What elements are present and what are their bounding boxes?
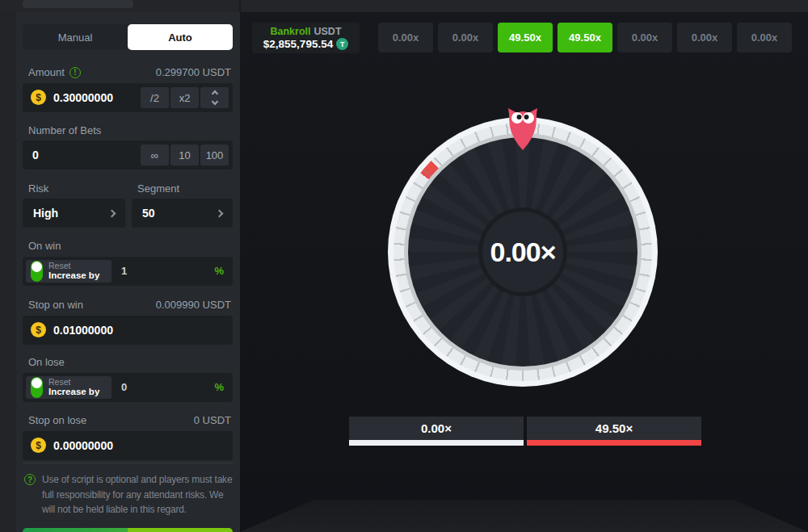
coin-icon: $ <box>31 90 46 105</box>
question-icon: ? <box>24 474 36 485</box>
coin-icon: $ <box>31 322 46 337</box>
on-win-row: Reset Increase by 1 % <box>23 257 233 286</box>
stop-on-lose-value: 0.00000000 <box>53 431 113 460</box>
mode-tabs: Manual Auto <box>23 24 233 50</box>
stop-on-win-converted: 0.009990 USDT <box>156 299 231 311</box>
game-tab-partial[interactable] <box>23 0 133 8</box>
chevron-right-icon <box>216 209 224 217</box>
result-option-lose[interactable]: 0.00× <box>349 417 524 446</box>
history-badge[interactable]: 0.00x <box>438 23 493 52</box>
disclaimer-text: Use of script is optional and players mu… <box>42 472 236 517</box>
reset-option-label: Reset <box>48 261 99 270</box>
on-win-toggle[interactable]: Reset Increase by <box>26 260 112 283</box>
amount-label-row: Amount ! 0.299700 USDT <box>23 66 233 78</box>
segment-value: 50 <box>142 207 155 220</box>
on-lose-row: Reset Increase by 0 % <box>23 373 233 402</box>
risk-segment-label-row: Risk Segment <box>23 182 233 195</box>
coin-icon: $ <box>31 438 46 453</box>
history-badge-win[interactable]: 49.50x <box>558 23 612 52</box>
bets-value: 0 <box>32 140 39 170</box>
bankroll-value: $2,855,795.54 <box>263 38 333 50</box>
bankroll-display: BankrollUSDT $2,855,795.54 T <box>252 23 360 53</box>
info-icon: ! <box>69 67 81 78</box>
result-lose-underline <box>349 440 524 446</box>
on-lose-value[interactable]: 0 <box>121 373 127 402</box>
risk-label: Risk <box>28 182 48 195</box>
stop-on-lose-label-row: Stop on lose 0 USDT <box>23 414 233 426</box>
divider <box>23 463 233 463</box>
bankroll-label: Bankroll <box>270 26 310 37</box>
risk-value: High <box>33 207 58 220</box>
floor-decoration <box>240 482 808 532</box>
increase-option-label: Increase by <box>48 387 99 398</box>
result-history: 0.00x 0.00x 49.50x 49.50x 0.00x 0.00x 0.… <box>378 23 792 52</box>
history-badge-win[interactable]: 49.50x <box>498 23 553 52</box>
increase-option-label: Increase by <box>48 270 99 282</box>
stop-on-lose-converted: 0 USDT <box>194 414 231 426</box>
segment-select[interactable]: 50 <box>132 199 233 228</box>
stop-on-win-label: Stop on win <box>28 299 83 311</box>
amount-label: Amount <box>28 66 65 78</box>
chevron-down-icon <box>211 98 217 105</box>
result-win-underline <box>527 440 701 446</box>
owl-pointer-icon <box>507 106 539 152</box>
reset-option-label: Reset <box>48 377 99 387</box>
segment-label: Segment <box>137 182 179 195</box>
stop-on-lose-input[interactable]: $ 0.00000000 <box>23 431 233 460</box>
result-win-label: 49.50× <box>527 417 701 440</box>
on-win-label: On win <box>28 240 61 252</box>
stop-on-win-value: 0.01000000 <box>53 316 113 345</box>
script-disclaimer: ? Use of script is optional and players … <box>24 472 236 517</box>
on-lose-label: On lose <box>28 356 65 368</box>
history-badge[interactable]: 0.00x <box>378 23 433 52</box>
chevron-right-icon <box>108 209 116 217</box>
on-lose-percent: % <box>214 373 224 402</box>
on-lose-label-row: On lose <box>23 356 233 368</box>
bets-label-row: Number of Bets <box>23 124 233 136</box>
bets-100-button[interactable]: 100 <box>200 145 229 165</box>
double-bet-button[interactable]: x2 <box>170 87 199 108</box>
result-lose-label: 0.00× <box>349 417 524 440</box>
toggle-icon <box>31 261 43 282</box>
tab-manual[interactable]: Manual <box>23 24 128 50</box>
half-bet-button[interactable]: /2 <box>141 87 169 108</box>
bets-label: Number of Bets <box>28 124 101 136</box>
tab-auto[interactable]: Auto <box>128 24 233 50</box>
history-badge[interactable]: 0.00x <box>617 23 672 52</box>
wheel: 0.00× <box>388 117 658 387</box>
bankroll-currency: USDT <box>314 26 341 37</box>
chevron-up-icon <box>211 90 217 97</box>
on-win-value[interactable]: 1 <box>121 257 127 286</box>
tether-icon: T <box>336 38 348 50</box>
history-badge[interactable]: 0.00x <box>737 23 792 52</box>
wheel-hub: 0.00× <box>482 212 563 292</box>
start-autobet-button-left[interactable] <box>23 528 128 532</box>
bets-input[interactable]: 0 ∞ 10 100 <box>23 140 233 170</box>
stop-on-win-input[interactable]: $ 0.01000000 <box>23 316 233 345</box>
start-autobet-button-right[interactable] <box>128 528 233 532</box>
amount-converted: 0.299700 USDT <box>156 66 231 78</box>
wheel-game-area: BankrollUSDT $2,855,795.54 T 0.00x 0.00x… <box>240 12 808 532</box>
bets-10-button[interactable]: 10 <box>170 145 199 165</box>
result-option-win[interactable]: 49.50× <box>527 417 701 446</box>
risk-select[interactable]: High <box>23 199 125 228</box>
bet-controls-panel: Manual Auto Amount ! 0.299700 USDT $ 0.3… <box>16 12 240 532</box>
panel-seam <box>239 0 241 12</box>
bets-infinity-button[interactable]: ∞ <box>141 145 169 165</box>
toggle-icon <box>31 377 43 398</box>
stop-on-lose-label: Stop on lose <box>28 414 86 426</box>
stop-on-win-label-row: Stop on win 0.009990 USDT <box>23 299 233 311</box>
amount-input[interactable]: $ 0.30000000 /2 x2 <box>23 83 233 112</box>
amount-value: 0.30000000 <box>53 83 113 112</box>
on-win-label-row: On win <box>23 240 233 252</box>
on-lose-toggle[interactable]: Reset Increase by <box>26 376 112 399</box>
history-badge[interactable]: 0.00x <box>677 23 732 52</box>
amount-stepper[interactable] <box>200 87 229 108</box>
top-chrome-bar <box>0 0 808 12</box>
on-win-percent: % <box>214 257 224 286</box>
current-multiplier: 0.00× <box>490 237 555 268</box>
